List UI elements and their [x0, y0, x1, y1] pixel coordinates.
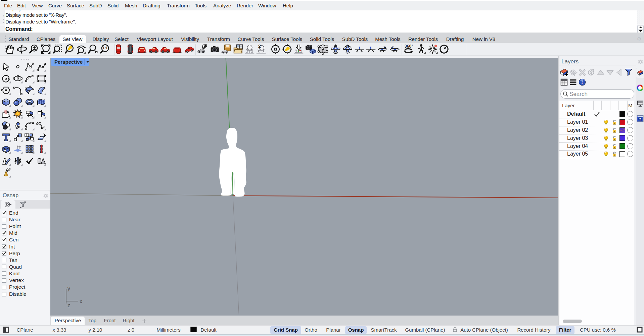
svg-text:360: 360 — [404, 44, 411, 48]
svg-text:?: ? — [639, 117, 641, 121]
svg-text:?: ? — [581, 79, 584, 85]
svg-text:1:1: 1:1 — [102, 46, 107, 50]
svg-text:2: 2 — [258, 44, 261, 49]
svg-text:x: x — [80, 298, 82, 304]
svg-text:y: y — [67, 286, 70, 291]
svg-text:z: z — [67, 302, 70, 308]
svg-text:°: ° — [412, 44, 413, 47]
